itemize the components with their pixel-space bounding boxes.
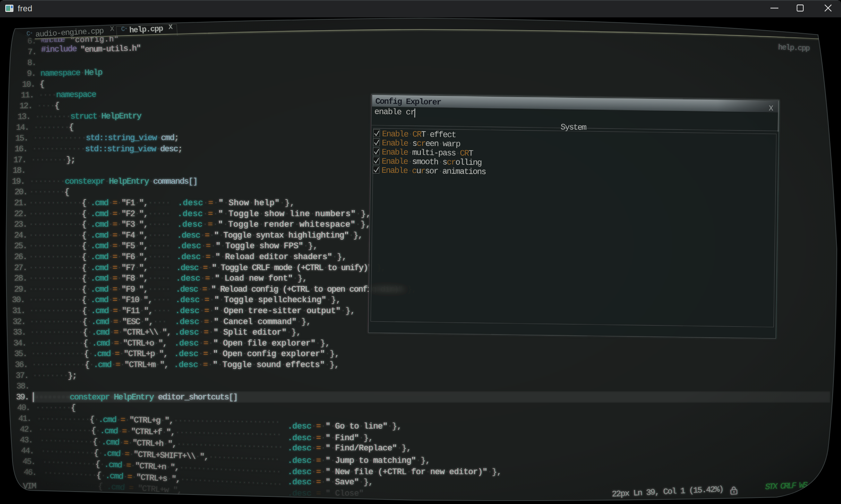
svg-text:fred: fred <box>18 4 32 13</box>
